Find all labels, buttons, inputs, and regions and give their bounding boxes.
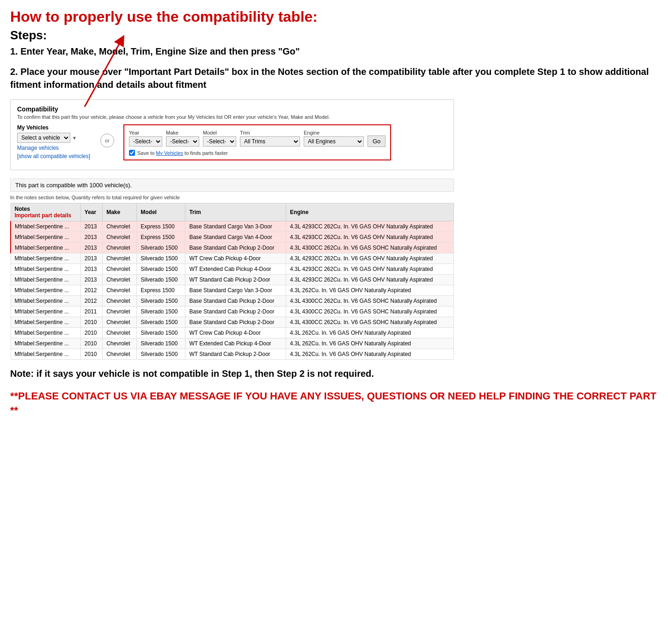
make-cell: Chevrolet: [103, 243, 137, 253]
trim-label: Trim: [240, 130, 300, 135]
notes-cell: Mfrlabel:Serpentine ...: [11, 275, 80, 285]
table-row: Mfrlabel:Serpentine ...2010ChevroletSilv…: [11, 349, 454, 360]
year-cell: 2013: [80, 232, 102, 243]
steps-heading: Steps:: [10, 28, 658, 43]
model-cell: Silverado 1500: [137, 264, 185, 275]
make-cell: Chevrolet: [103, 253, 137, 264]
year-cell: 2013: [80, 264, 102, 275]
engine-cell: 4.3L 4293CC 262Cu. In. V6 GAS OHV Natura…: [286, 221, 454, 232]
model-label: Model: [203, 130, 236, 135]
show-all-link[interactable]: [show all compatible vehicles]: [17, 153, 91, 159]
engine-column-header: Engine: [286, 203, 454, 221]
trim-cell: WT Crew Cab Pickup 4-Door: [185, 328, 286, 338]
engine-cell: 4.3L 4293CC 262Cu. In. V6 GAS OHV Natura…: [286, 232, 454, 243]
engine-cell: 4.3L 262Cu. In. V6 GAS OHV Naturally Asp…: [286, 349, 454, 360]
make-cell: Chevrolet: [103, 317, 137, 328]
notes-cell: Mfrlabel:Serpentine ...: [11, 221, 80, 232]
notes-column-header: Notes Important part details: [11, 203, 80, 221]
engine-cell: 4.3L 4293CC 262Cu. In. V6 GAS OHV Natura…: [286, 275, 454, 285]
model-cell: Express 1500: [137, 285, 185, 296]
engine-cell: 4.3L 4300CC 262Cu. In. V6 GAS SOHC Natur…: [286, 296, 454, 307]
make-cell: Chevrolet: [103, 264, 137, 275]
make-cell: Chevrolet: [103, 338, 137, 349]
model-cell: Silverado 1500: [137, 317, 185, 328]
table-row: Mfrlabel:Serpentine ...2013ChevroletSilv…: [11, 264, 454, 275]
engine-cell: 4.3L 262Cu. In. V6 GAS OHV Naturally Asp…: [286, 328, 454, 338]
engine-label: Engine: [304, 130, 364, 135]
go-button[interactable]: Go: [368, 135, 386, 147]
engine-cell: 4.3L 4300CC 262Cu. In. V6 GAS SOHC Natur…: [286, 243, 454, 253]
make-cell: Chevrolet: [103, 296, 137, 307]
save-checkbox[interactable]: [129, 150, 135, 156]
make-cell: Chevrolet: [103, 275, 137, 285]
compatible-info-bar: This part is compatible with 1000 vehicl…: [10, 178, 454, 192]
year-cell: 2010: [80, 349, 102, 360]
model-cell: Silverado 1500: [137, 243, 185, 253]
my-vehicles-link[interactable]: My Vehicles: [156, 150, 183, 156]
manage-vehicles-link[interactable]: Manage vehicles: [17, 145, 91, 151]
trim-cell: WT Standard Cab Pickup 2-Door: [185, 349, 286, 360]
trim-cell: WT Standard Cab Pickup 2-Door: [185, 275, 286, 285]
notes-cell: Mfrlabel:Serpentine ...: [11, 232, 80, 243]
trim-column-header: Trim: [185, 203, 286, 221]
notes-cell: Mfrlabel:Serpentine ...: [11, 253, 80, 264]
model-cell: Silverado 1500: [137, 296, 185, 307]
make-cell: Chevrolet: [103, 328, 137, 338]
model-cell: Express 1500: [137, 232, 185, 243]
compat-subtitle: To confirm that this part fits your vehi…: [17, 114, 447, 120]
make-cell: Chevrolet: [103, 349, 137, 360]
trim-cell: Base Standard Cargo Van 3-Door: [185, 285, 286, 296]
notes-cell: Mfrlabel:Serpentine ...: [11, 307, 80, 317]
notes-cell: Mfrlabel:Serpentine ...: [11, 317, 80, 328]
year-select[interactable]: -Select-: [129, 136, 162, 147]
table-row: Mfrlabel:Serpentine ...2010ChevroletSilv…: [11, 328, 454, 338]
make-select[interactable]: -Select-: [166, 136, 199, 147]
year-label: Year: [129, 130, 162, 135]
trim-cell: Base Standard Cab Pickup 2-Door: [185, 243, 286, 253]
notes-cell: Mfrlabel:Serpentine ...: [11, 243, 80, 253]
step-2-text: 2. Place your mouse over "Important Part…: [10, 65, 658, 91]
table-row: Mfrlabel:Serpentine ...2012ChevroletExpr…: [11, 285, 454, 296]
year-cell: 2013: [80, 253, 102, 264]
model-cell: Silverado 1500: [137, 349, 185, 360]
year-cell: 2010: [80, 328, 102, 338]
trim-cell: Base Standard Cab Pickup 2-Door: [185, 317, 286, 328]
year-cell: 2012: [80, 285, 102, 296]
engine-cell: 4.3L 262Cu. In. V6 GAS OHV Naturally Asp…: [286, 285, 454, 296]
select-vehicle-dropdown[interactable]: Select a vehicle: [17, 133, 70, 143]
notes-cell: Mfrlabel:Serpentine ...: [11, 264, 80, 275]
table-row: Mfrlabel:Serpentine ...2013ChevroletSilv…: [11, 253, 454, 264]
table-row: Mfrlabel:Serpentine ...2013ChevroletSilv…: [11, 243, 454, 253]
year-cell: 2013: [80, 243, 102, 253]
year-make-section: Year -Select- Make -Select- Model -Selec…: [123, 124, 391, 160]
table-row: Mfrlabel:Serpentine ...2013ChevroletExpr…: [11, 232, 454, 243]
important-part-header: Important part details: [15, 212, 77, 219]
trim-select[interactable]: All Trims: [240, 136, 300, 147]
model-cell: Silverado 1500: [137, 253, 185, 264]
notes-cell: Mfrlabel:Serpentine ...: [11, 285, 80, 296]
model-select[interactable]: -Select-: [203, 136, 236, 147]
model-field-group: Model -Select-: [203, 130, 236, 147]
model-cell: Silverado 1500: [137, 307, 185, 317]
engine-cell: 4.3L 4300CC 262Cu. In. V6 GAS SOHC Natur…: [286, 307, 454, 317]
year-cell: 2013: [80, 275, 102, 285]
engine-cell: 4.3L 4293CC 262Cu. In. V6 GAS OHV Natura…: [286, 253, 454, 264]
trim-cell: Base Standard Cab Pickup 2-Door: [185, 296, 286, 307]
engine-field-group: Engine All Engines: [304, 130, 364, 147]
year-column-header: Year: [80, 203, 102, 221]
compat-title: Compatibility: [17, 105, 447, 113]
make-cell: Chevrolet: [103, 285, 137, 296]
notes-cell: Mfrlabel:Serpentine ...: [11, 338, 80, 349]
trim-cell: WT Extended Cab Pickup 4-Door: [185, 338, 286, 349]
quantity-note: In the notes section below, Quantity ref…: [10, 195, 658, 200]
model-column-header: Model: [137, 203, 185, 221]
table-row: Mfrlabel:Serpentine ...2011ChevroletSilv…: [11, 307, 454, 317]
make-cell: Chevrolet: [103, 221, 137, 232]
dropdown-arrow-icon: ▼: [72, 135, 77, 141]
compatibility-table: Notes Important part details Year Make M…: [10, 203, 454, 360]
table-row: Mfrlabel:Serpentine ...2013ChevroletSilv…: [11, 275, 454, 285]
trim-cell: Base Standard Cab Pickup 2-Door: [185, 307, 286, 317]
model-cell: Silverado 1500: [137, 275, 185, 285]
notes-cell: Mfrlabel:Serpentine ...: [11, 349, 80, 360]
engine-select[interactable]: All Engines: [304, 136, 364, 147]
